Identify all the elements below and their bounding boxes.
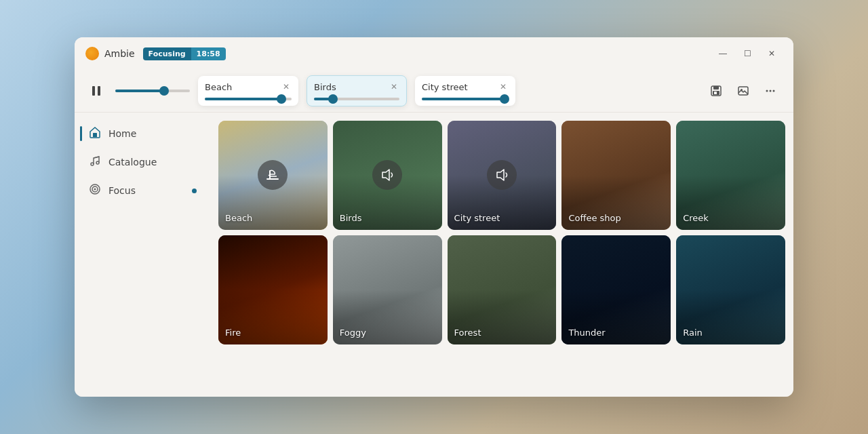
- master-slider-fill: [115, 90, 164, 92]
- title-bar: Ambie Focusing 18:58 — ☐ ✕: [75, 37, 793, 70]
- sound-card-coffeeshop[interactable]: Coffee shop: [561, 121, 671, 230]
- sidebar-item-home[interactable]: Home: [80, 121, 205, 146]
- sound-card-citystreet[interactable]: City street: [448, 121, 557, 230]
- coffeeshop-label: Coffee shop: [568, 213, 620, 223]
- thunder-label: Thunder: [568, 328, 605, 338]
- speaker-icon: [380, 167, 395, 182]
- sound-card-birds[interactable]: Birds: [333, 121, 442, 230]
- main-content: Home Catalogue: [75, 113, 793, 397]
- chip-citystreet-name: City street: [422, 82, 468, 92]
- window-controls: — ☐ ✕: [712, 44, 783, 63]
- creek-label: Creek: [683, 213, 709, 223]
- sound-card-rain[interactable]: Rain: [676, 235, 785, 344]
- svg-rect-1: [98, 86, 100, 96]
- image-icon: [737, 85, 749, 97]
- birds-label: Birds: [340, 213, 362, 223]
- sound-grid-area: Beach Birds: [210, 113, 793, 397]
- beach-label: Beach: [225, 213, 252, 223]
- close-button[interactable]: ✕: [761, 44, 783, 63]
- image-button[interactable]: [731, 79, 755, 103]
- chip-birds-close[interactable]: ✕: [389, 81, 399, 92]
- chip-beach-thumb[interactable]: [277, 94, 286, 104]
- master-slider[interactable]: [115, 90, 190, 92]
- save-icon: [710, 85, 722, 97]
- sound-card-thunder[interactable]: Thunder: [561, 235, 671, 344]
- chip-citystreet-close[interactable]: ✕: [498, 81, 509, 92]
- home-label: Home: [108, 128, 136, 139]
- chip-beach-name: Beach: [205, 82, 232, 92]
- chip-birds-thumb[interactable]: [328, 94, 338, 104]
- svg-point-10: [773, 90, 775, 92]
- maximize-button[interactable]: ☐: [736, 44, 758, 63]
- forest-label: Forest: [454, 328, 481, 338]
- toolbar: Beach ✕ Birds ✕ City street ✕: [75, 70, 793, 113]
- focus-dot: [192, 189, 197, 193]
- home-icon: [88, 126, 102, 141]
- fire-label: Fire: [225, 328, 241, 338]
- chip-birds-name: Birds: [314, 82, 336, 92]
- sidebar-item-focus[interactable]: Focus: [80, 178, 205, 203]
- svg-rect-5: [714, 92, 717, 94]
- sound-chip-birds: Birds ✕: [307, 75, 407, 106]
- sound-chip-citystreet: City street ✕: [415, 76, 515, 106]
- svg-point-9: [770, 90, 772, 92]
- svg-marker-17: [382, 170, 389, 180]
- catalogue-icon: [88, 155, 102, 170]
- sound-card-foggy[interactable]: Foggy: [333, 235, 442, 344]
- citystreet-label: City street: [454, 213, 500, 223]
- sound-card-forest[interactable]: Forest: [448, 235, 557, 344]
- svg-rect-11: [93, 133, 97, 137]
- chip-beach-close[interactable]: ✕: [281, 81, 292, 92]
- sidebar-item-catalogue[interactable]: Catalogue: [80, 149, 205, 175]
- sound-card-fire[interactable]: Fire: [218, 235, 328, 344]
- play-pause-button[interactable]: [85, 80, 107, 102]
- chip-citystreet-slider[interactable]: [422, 98, 509, 100]
- pause-icon: [90, 84, 103, 98]
- focus-label: Focus: [108, 185, 136, 196]
- sound-grid: Beach Birds: [218, 121, 785, 344]
- svg-point-16: [94, 189, 96, 191]
- chip-birds-slider[interactable]: [314, 98, 399, 100]
- beach-play-icon: [258, 160, 288, 190]
- toolbar-actions: [704, 79, 783, 103]
- svg-rect-3: [713, 86, 719, 90]
- save-button[interactable]: [704, 79, 728, 103]
- more-button[interactable]: [758, 79, 783, 103]
- app-window: Ambie Focusing 18:58 — ☐ ✕ Beach: [75, 37, 793, 397]
- foggy-label: Foggy: [340, 328, 366, 338]
- app-name: Ambie: [104, 48, 135, 59]
- catalogue-label: Catalogue: [108, 157, 157, 167]
- svg-point-8: [766, 90, 768, 92]
- app-icon: [85, 47, 99, 60]
- master-slider-thumb[interactable]: [159, 86, 169, 96]
- sound-chip-beach: Beach ✕: [198, 76, 298, 106]
- sound-card-beach[interactable]: Beach: [218, 121, 328, 230]
- chip-citystreet-fill: [422, 98, 505, 100]
- focus-time: 18:58: [191, 47, 226, 60]
- focus-icon: [88, 183, 102, 198]
- svg-rect-0: [92, 86, 95, 96]
- citystreet-play-icon: [487, 160, 517, 190]
- focus-badge: Focusing: [143, 47, 191, 60]
- chip-beach-fill: [205, 98, 281, 100]
- sidebar: Home Catalogue: [75, 113, 210, 397]
- sound-card-creek[interactable]: Creek: [676, 121, 785, 230]
- chip-citystreet-thumb[interactable]: [500, 94, 509, 104]
- minimize-button[interactable]: —: [712, 44, 734, 63]
- more-icon: [764, 85, 776, 97]
- svg-marker-18: [497, 170, 504, 180]
- chip-beach-slider[interactable]: [205, 98, 292, 100]
- master-volume-control: [115, 90, 190, 92]
- rain-label: Rain: [683, 328, 703, 338]
- birds-play-icon: [372, 160, 402, 190]
